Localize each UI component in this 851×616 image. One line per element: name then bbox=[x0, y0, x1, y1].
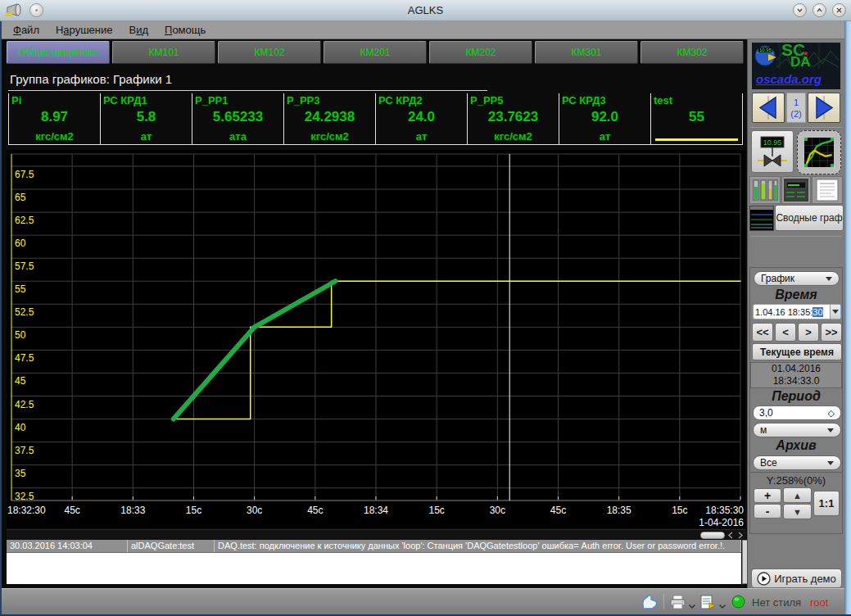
chevron-up-icon bbox=[815, 6, 824, 15]
selected-series-underline bbox=[655, 138, 738, 141]
chevron-down-icon bbox=[827, 428, 834, 433]
alarm-message: DAQ.test: подключение к источнику данных… bbox=[215, 540, 741, 552]
printer-icon bbox=[669, 594, 686, 610]
mnemo-view-button[interactable]: 10.95 bbox=[751, 130, 794, 173]
oscada-logo[interactable]: 10.95 SC * DA oscada.org bbox=[752, 43, 840, 89]
period-unit-select[interactable]: м bbox=[753, 423, 841, 437]
svg-text:37.5: 37.5 bbox=[15, 445, 34, 456]
time-section-header: Время bbox=[750, 288, 842, 302]
title-bar: AGLKS bbox=[0, 0, 851, 21]
svg-text:15c: 15c bbox=[186, 505, 201, 516]
document-icon bbox=[815, 179, 840, 202]
svg-text:45c: 45c bbox=[64, 505, 79, 516]
time-last-button[interactable]: >> bbox=[821, 323, 842, 342]
svg-text:50: 50 bbox=[15, 329, 26, 341]
current-datetime-display: 01.04.2016 18:34:33.0 bbox=[750, 362, 842, 388]
document-view-button[interactable] bbox=[812, 176, 843, 204]
export-button[interactable] bbox=[699, 594, 717, 614]
bar-gauges-icon bbox=[752, 179, 778, 202]
time-nav-buttons: << < > >> bbox=[752, 323, 842, 342]
time-input[interactable]: 1.04.16 18:35:30 bbox=[753, 304, 841, 319]
summary-graphs-button[interactable]: Сводные граф bbox=[775, 205, 844, 231]
menu-help[interactable]: Помощь bbox=[156, 22, 214, 38]
scroll-left-arrow[interactable] bbox=[726, 531, 736, 540]
param-cell: РС КРД224.0ат bbox=[376, 93, 468, 144]
window-frame bbox=[844, 21, 851, 616]
trend-chart[interactable]: 67.56562.56057.55552.55047.54542.54037.5… bbox=[7, 150, 745, 528]
period-section-header: Период bbox=[750, 389, 842, 404]
next-page-button[interactable] bbox=[808, 93, 840, 123]
svg-text:57.5: 57.5 bbox=[15, 260, 34, 272]
svg-text:42.5: 42.5 bbox=[15, 399, 34, 410]
view-type-select[interactable]: График bbox=[754, 271, 840, 286]
svg-text:55: 55 bbox=[15, 283, 26, 295]
zoom-in-button[interactable]: + bbox=[754, 488, 781, 503]
gauges-view-button[interactable] bbox=[749, 176, 781, 204]
svg-text:30c: 30c bbox=[490, 505, 505, 516]
time-next-button[interactable]: > bbox=[798, 323, 819, 342]
minimize-button[interactable] bbox=[793, 3, 807, 17]
period-input[interactable]: 3,0◇ bbox=[753, 405, 841, 420]
tab-km202[interactable]: КМ202 bbox=[429, 41, 532, 64]
zoom-out-button[interactable]: - bbox=[754, 504, 781, 519]
scroll-right-arrow[interactable] bbox=[736, 531, 745, 540]
mini-trends-icon bbox=[750, 206, 773, 230]
graph-view-button[interactable] bbox=[797, 130, 841, 174]
panel-view-button[interactable] bbox=[781, 176, 811, 204]
parameter-panel: Pi8.97кгс/см2 РС КРД15.8ат P_PP15.65233а… bbox=[8, 93, 743, 145]
tab-km102[interactable]: КМ102 bbox=[218, 41, 321, 64]
svg-text:60: 60 bbox=[15, 238, 26, 249]
page-indicator: 1 (2) bbox=[786, 93, 806, 123]
archive-select[interactable]: Все bbox=[753, 455, 841, 470]
alarm-quiet-button[interactable] bbox=[641, 594, 659, 614]
time-prev-button[interactable]: < bbox=[775, 323, 796, 342]
chart-hscrollbar[interactable] bbox=[7, 529, 745, 540]
svg-text:62.5: 62.5 bbox=[15, 215, 34, 226]
hscrollbar-thumb[interactable] bbox=[700, 532, 725, 539]
play-icon bbox=[757, 572, 771, 586]
export-options-chevron[interactable] bbox=[718, 598, 727, 613]
prev-page-button[interactable] bbox=[752, 93, 785, 123]
print-options-chevron[interactable] bbox=[688, 598, 696, 613]
menu-file[interactable]: Файл bbox=[5, 22, 48, 38]
green-circle-icon bbox=[731, 595, 745, 609]
svg-text:67.5: 67.5 bbox=[15, 169, 34, 180]
menu-violation[interactable]: Нарушение bbox=[48, 22, 121, 38]
spinner-icon[interactable]: ◇ bbox=[828, 408, 835, 419]
svg-text:18:34: 18:34 bbox=[364, 505, 388, 516]
shift-up-button[interactable]: ▲ bbox=[783, 487, 812, 503]
user-name[interactable]: root bbox=[810, 596, 828, 609]
time-first-button[interactable]: << bbox=[752, 323, 773, 342]
print-button[interactable] bbox=[669, 594, 686, 614]
svg-text:35: 35 bbox=[15, 468, 26, 479]
shift-down-button[interactable]: ▼ bbox=[783, 504, 812, 519]
svg-text:52.5: 52.5 bbox=[15, 306, 34, 318]
current-time-button[interactable]: Текущее время bbox=[752, 343, 842, 360]
status-bar: Нет стиля root bbox=[2, 588, 844, 614]
window-frame bbox=[0, 21, 2, 616]
tab-km302[interactable]: КМ302 bbox=[641, 41, 744, 64]
app-window: AGLKS Файл Нарушение Вид Помощь Общестан… bbox=[0, 0, 851, 616]
play-demo-button[interactable]: Играть демо bbox=[751, 568, 842, 588]
param-cell: РС КРД392.0ат bbox=[559, 93, 651, 144]
style-status-text: Нет стиля bbox=[752, 596, 801, 609]
tab-km101[interactable]: КМ101 bbox=[112, 41, 215, 64]
tab-km301[interactable]: КМ301 bbox=[535, 41, 638, 64]
menu-view[interactable]: Вид bbox=[121, 22, 157, 38]
alarm-source: alDAQGate:test bbox=[128, 540, 215, 552]
window-title: AGLKS bbox=[0, 4, 851, 16]
one-to-one-button[interactable]: 1:1 bbox=[813, 491, 840, 516]
chevron-down-icon bbox=[826, 277, 832, 281]
tab-obshestantsionka[interactable]: Общестанционка bbox=[7, 41, 110, 64]
close-button[interactable] bbox=[832, 3, 846, 17]
svg-text:47.5: 47.5 bbox=[15, 352, 34, 364]
combo-dropdown[interactable] bbox=[830, 305, 840, 319]
svg-text:40: 40 bbox=[15, 422, 26, 433]
divider bbox=[750, 127, 842, 128]
alarm-row[interactable]: 30.03.2016 14:03:04 alDAQGate:test DAQ.t… bbox=[7, 540, 741, 553]
summary-thumb[interactable] bbox=[749, 206, 774, 231]
valve-icon: 10.95 bbox=[754, 134, 790, 170]
tab-km201[interactable]: КМ201 bbox=[324, 41, 427, 64]
maximize-button[interactable] bbox=[813, 3, 826, 17]
param-cell-test: test55 bbox=[651, 93, 743, 144]
